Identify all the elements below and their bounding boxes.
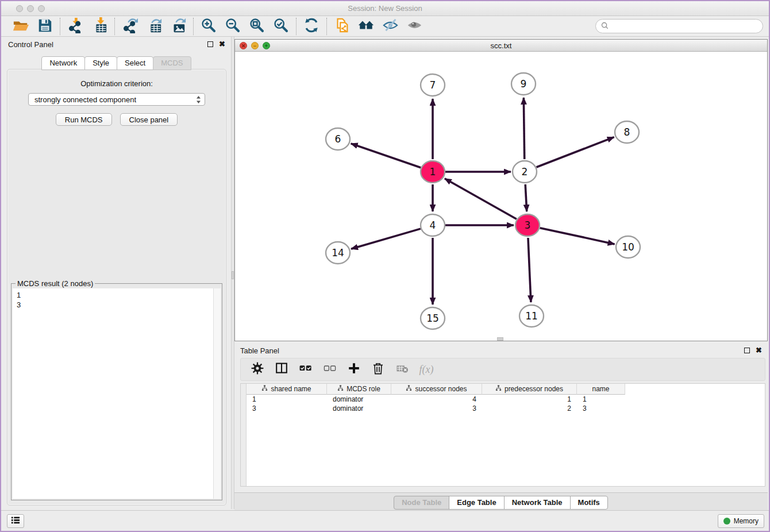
table-panel: Table Panel ✖ f(x) shared nameMCDS roles… — [234, 343, 768, 512]
float-panel-icon[interactable] — [207, 41, 213, 47]
node-15[interactable]: 15 — [421, 307, 445, 329]
tab-motifs[interactable]: Motifs — [570, 496, 608, 510]
node-label: 11 — [525, 310, 538, 322]
tab-select[interactable]: Select — [117, 56, 153, 70]
column-header-mcds-role[interactable]: MCDS role — [327, 384, 391, 395]
export-network-button[interactable] — [121, 18, 138, 35]
node-label: 8 — [624, 126, 630, 138]
export-table-button[interactable] — [145, 18, 163, 35]
node-8[interactable]: 8 — [615, 121, 639, 143]
table-cell[interactable]: 3 — [247, 404, 327, 413]
column-header-label: successor nodes — [415, 385, 467, 393]
refresh-button[interactable] — [303, 18, 320, 35]
import-table-button[interactable] — [91, 18, 108, 35]
column-header-name[interactable]: name — [577, 384, 625, 395]
edge-2-3[interactable] — [525, 184, 527, 211]
node-6[interactable]: 6 — [326, 128, 350, 150]
node-11[interactable]: 11 — [519, 305, 544, 327]
edge-3-10[interactable] — [540, 228, 614, 244]
memory-status-icon — [723, 518, 730, 525]
column-header-predecessor-nodes[interactable]: predecessor nodes — [482, 384, 577, 395]
delete-column-button[interactable] — [371, 362, 386, 377]
close-table-panel-icon[interactable]: ✖ — [756, 348, 762, 353]
node-9[interactable]: 9 — [511, 73, 536, 95]
open-file-button[interactable] — [12, 18, 29, 35]
canvas-resize-handle[interactable] — [497, 337, 503, 341]
zoom-fit-button[interactable] — [248, 18, 265, 35]
network-from-selection-button[interactable] — [333, 18, 351, 35]
zoom-selected-icon — [273, 17, 289, 36]
gear-button[interactable] — [250, 362, 265, 377]
run-mcds-button[interactable]: Run MCDS — [56, 113, 112, 126]
columns-button[interactable] — [274, 362, 289, 377]
sort-hierarchy-icon — [337, 385, 344, 393]
function-builder-button: f(x) — [419, 362, 434, 377]
node-label: 14 — [332, 247, 344, 259]
edge-3-1[interactable] — [445, 179, 517, 219]
close-panel-icon[interactable]: ✖ — [219, 41, 225, 47]
add-column-button[interactable] — [346, 362, 361, 377]
node-2[interactable]: 2 — [513, 161, 537, 183]
export-image-button[interactable] — [170, 18, 187, 35]
tab-mcds[interactable]: MCDS — [153, 56, 191, 70]
import-network-button[interactable] — [67, 18, 84, 35]
open-file-icon — [13, 17, 29, 36]
table-cell[interactable]: 1 — [247, 395, 327, 403]
node-1[interactable]: 1 — [421, 161, 445, 183]
table-cell[interactable]: dominator — [327, 404, 391, 413]
close-panel-button[interactable]: Close panel — [120, 113, 178, 126]
tab-edge-table[interactable]: Edge Table — [449, 496, 504, 510]
optimization-criterion-select[interactable]: strongly connected component — [28, 93, 205, 106]
node-label: 9 — [521, 78, 527, 90]
hide-selected-button[interactable] — [382, 18, 399, 35]
column-header-successor-nodes[interactable]: successor nodes — [391, 384, 482, 395]
result-scrollbar[interactable] — [213, 288, 221, 499]
mcds-result-node: 3 — [17, 300, 221, 310]
table-cell[interactable]: 1 — [482, 395, 577, 403]
node-10[interactable]: 10 — [616, 236, 640, 258]
edge-4-14[interactable] — [351, 229, 421, 249]
edge-1-6[interactable] — [351, 144, 421, 168]
float-table-panel-icon[interactable] — [744, 348, 750, 353]
memory-button[interactable]: Memory — [718, 514, 764, 528]
save-session-button[interactable] — [36, 18, 53, 35]
node-label: 10 — [622, 241, 634, 253]
column-header-shared-name[interactable]: shared name — [247, 384, 327, 395]
edge-3-11[interactable] — [528, 238, 531, 302]
task-history-button[interactable] — [7, 514, 24, 528]
column-header-label: predecessor nodes — [505, 385, 563, 393]
tab-node-table[interactable]: Node Table — [394, 496, 449, 510]
search-input[interactable] — [611, 21, 763, 32]
edge-2-8[interactable] — [537, 137, 614, 167]
zoom-selected-button[interactable] — [272, 18, 290, 35]
show-all-button[interactable] — [406, 18, 423, 35]
home-layout-button[interactable] — [357, 18, 375, 35]
zoom-in-button[interactable] — [200, 18, 217, 35]
table-row[interactable]: 1dominator411 — [247, 395, 765, 404]
node-4[interactable]: 4 — [421, 214, 445, 236]
node-14[interactable]: 14 — [326, 242, 350, 264]
select-all-button[interactable] — [298, 362, 313, 377]
table-cell[interactable]: 2 — [482, 404, 577, 413]
table-row[interactable]: 3dominator323 — [247, 404, 765, 413]
chevron-updown-icon — [196, 95, 201, 106]
deselect-all-button[interactable] — [322, 362, 337, 377]
table-cell[interactable]: 1 — [577, 395, 625, 403]
node-label: 3 — [525, 219, 531, 231]
node-7[interactable]: 7 — [421, 74, 445, 96]
table-cell[interactable]: 4 — [391, 395, 482, 403]
zoom-out-button[interactable] — [224, 18, 241, 35]
tab-network[interactable]: Network — [41, 56, 85, 70]
deselect-all-icon — [323, 361, 337, 377]
table-cell[interactable]: dominator — [327, 395, 391, 403]
tab-style[interactable]: Style — [84, 56, 117, 70]
splitter-grip[interactable] — [232, 271, 234, 279]
mcds-panel: Optimization criterion: strongly connect… — [7, 69, 226, 506]
node-3[interactable]: 3 — [515, 214, 540, 236]
network-canvas[interactable]: 7968124314101511 — [235, 52, 767, 341]
table-cell[interactable]: 3 — [577, 404, 625, 413]
tab-network-table[interactable]: Network Table — [504, 496, 571, 510]
table-cell[interactable]: 3 — [391, 404, 482, 413]
edge-2-9[interactable] — [523, 98, 524, 159]
application-window: Session: New Session Control Panel ✖ Net… — [0, 0, 770, 532]
